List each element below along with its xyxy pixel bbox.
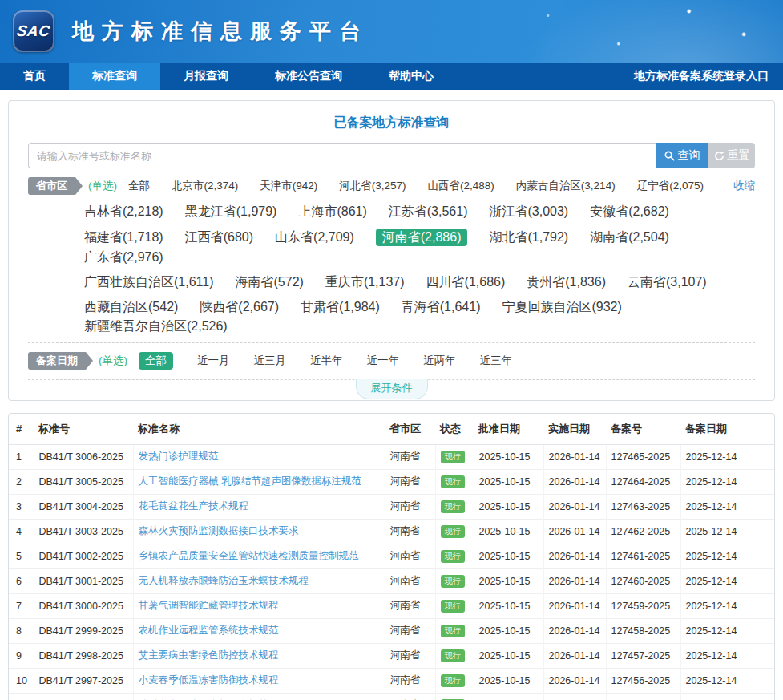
standard-code: DB41/T 2997-2025 xyxy=(34,668,133,693)
province-option[interactable]: 山西省(2,488) xyxy=(428,178,494,194)
nav-item[interactable]: 首页 xyxy=(0,63,69,90)
record-no-cell: 127460-2025 xyxy=(606,568,680,593)
standard-name-link[interactable]: 乡镇农产品质量安全监管站快速检测质量控制规范 xyxy=(139,550,359,561)
province-option[interactable]: 贵州省(1,836) xyxy=(527,274,606,290)
impl-date-cell: 2026-01-14 xyxy=(543,593,606,618)
approve-date-cell: 2025-10-15 xyxy=(474,693,543,700)
province-option[interactable]: 天津市(942) xyxy=(260,178,317,194)
date-options: 全部近一月近三月近半年近一年近两年近三年 xyxy=(139,352,512,370)
province-option[interactable]: 广西壮族自治区(1,611) xyxy=(84,274,214,290)
standard-name-link[interactable]: 艾主要病虫害绿色防控技术规程 xyxy=(139,649,279,661)
nav-item[interactable]: 标准查询 xyxy=(69,63,160,90)
query-button[interactable]: 查询 xyxy=(656,143,708,168)
nav-item[interactable]: 月报查询 xyxy=(160,63,252,90)
standard-code: DB41/T 2998-2025 xyxy=(34,643,133,668)
province-option[interactable]: 甘肃省(1,984) xyxy=(301,299,380,315)
province-option[interactable]: 西藏自治区(542) xyxy=(84,299,178,315)
standard-code: DB41/T 3002-2025 xyxy=(34,544,133,568)
province-option[interactable]: 辽宁省(2,075) xyxy=(637,178,704,194)
table-row: 1 DB41/T 3006-2025 发热门诊护理规范 河南省 现行 2025-… xyxy=(9,444,774,469)
province-option[interactable]: 湖南省(2,504) xyxy=(590,229,669,245)
standard-name-link[interactable]: 花毛茛盆花生产技术规程 xyxy=(139,500,249,512)
impl-date-cell: 2026-01-14 xyxy=(543,693,606,700)
table-row: 10 DB41/T 2997-2025 小麦春季低温冻害防御技术规程 河南省 现… xyxy=(9,668,774,693)
province-option[interactable]: 海南省(572) xyxy=(236,274,304,290)
collapse-link[interactable]: 收缩 xyxy=(733,179,755,193)
record-no-cell: 127464-2025 xyxy=(606,469,680,494)
province-option[interactable]: 北京市(2,374) xyxy=(172,178,238,194)
date-option[interactable]: 近三年 xyxy=(480,353,513,369)
standard-name-link[interactable]: 农机作业远程监管系统技术规范 xyxy=(139,625,279,636)
status-badge: 现行 xyxy=(441,475,465,488)
date-option[interactable]: 近三月 xyxy=(254,353,287,369)
table-row: 8 DB41/T 2999-2025 农机作业远程监管系统技术规范 河南省 现行… xyxy=(9,618,774,643)
province-option[interactable]: 新疆维吾尔自治区(2,526) xyxy=(84,318,228,334)
col-record-date: 备案日期 xyxy=(680,414,774,444)
province-option[interactable]: 重庆市(1,137) xyxy=(325,274,405,290)
col-region: 省市区 xyxy=(385,414,435,444)
province-option[interactable]: 江西省(680) xyxy=(185,229,253,245)
col-impl-date: 实施日期 xyxy=(543,414,606,444)
province-option[interactable]: 全部 xyxy=(128,178,150,194)
status-badge: 现行 xyxy=(441,550,465,563)
province-option[interactable]: 云南省(3,107) xyxy=(628,274,707,290)
province-option[interactable]: 宁夏回族自治区(932) xyxy=(502,299,621,315)
province-option[interactable]: 福建省(1,718) xyxy=(84,229,163,245)
query-button-label: 查询 xyxy=(678,148,700,163)
date-option[interactable]: 近两年 xyxy=(423,353,456,369)
province-filter-tag: 省市区 xyxy=(28,177,75,195)
record-date-cell: 2025-12-14 xyxy=(680,643,774,668)
date-option[interactable]: 近一年 xyxy=(367,353,400,369)
province-option[interactable]: 湖北省(1,792) xyxy=(489,229,568,245)
province-option[interactable]: 黑龙江省(1,979) xyxy=(185,204,277,220)
col-record-no: 备案号 xyxy=(606,414,680,444)
province-option[interactable]: 河南省(2,886) xyxy=(376,229,468,246)
date-option[interactable]: 近一月 xyxy=(197,353,230,369)
date-option[interactable]: 全部 xyxy=(139,352,173,370)
row-index: 2 xyxy=(9,469,34,494)
standard-name-link[interactable]: 无人机释放赤眼蜂防治玉米螟技术规程 xyxy=(139,575,309,586)
record-date-cell: 2025-12-14 xyxy=(680,593,774,618)
province-option[interactable]: 青海省(1,641) xyxy=(402,299,481,315)
province-option[interactable]: 河北省(3,257) xyxy=(339,178,406,194)
standard-name-link[interactable]: 森林火灾预防监测数据接口技术要求 xyxy=(139,525,299,536)
main-nav: 首页 标准查询 月报查询 标准公告查询 帮助中心 地方标准备案系统登录入口 xyxy=(0,63,783,90)
search-row: 查询 重置 xyxy=(28,143,755,168)
status-badge: 现行 xyxy=(441,600,465,613)
search-input[interactable] xyxy=(28,143,656,168)
impl-date-cell: 2026-01-14 xyxy=(543,544,606,568)
province-option[interactable]: 吉林省(2,218) xyxy=(84,204,163,220)
approve-date-cell: 2025-10-15 xyxy=(474,494,543,519)
record-no-cell: 127461-2025 xyxy=(606,544,680,568)
filing-system-login-link[interactable]: 地方标准备案系统登录入口 xyxy=(634,63,769,90)
date-option[interactable]: 近半年 xyxy=(310,353,343,369)
province-mode-label: (单选) xyxy=(88,179,117,193)
province-option[interactable]: 山东省(2,709) xyxy=(275,229,354,245)
standard-code: DB41/T 3003-2025 xyxy=(34,519,133,544)
province-option[interactable]: 安徽省(2,682) xyxy=(590,204,669,220)
reset-button[interactable]: 重置 xyxy=(708,143,755,168)
standard-name-link[interactable]: 小麦春季低温冻害防御技术规程 xyxy=(139,674,279,686)
province-option[interactable]: 内蒙古自治区(3,214) xyxy=(516,178,616,194)
expand-conditions-row: 展开条件 xyxy=(28,379,755,400)
standard-name-link[interactable]: 人工智能医疗器械 乳腺结节超声图像数据标注规范 xyxy=(139,475,361,487)
standard-name-link[interactable]: 发热门诊护理规范 xyxy=(139,451,219,462)
province-option[interactable]: 陕西省(2,667) xyxy=(200,299,279,315)
nav-item[interactable]: 标准公告查询 xyxy=(252,63,365,90)
province-option[interactable]: 上海市(861) xyxy=(298,204,366,220)
record-date-cell: 2025-12-14 xyxy=(680,568,774,593)
province-option[interactable]: 四川省(1,686) xyxy=(426,274,506,290)
nav-item[interactable]: 帮助中心 xyxy=(365,63,457,90)
search-icon xyxy=(664,151,675,161)
approve-date-cell: 2025-10-15 xyxy=(474,444,543,469)
province-option[interactable]: 江苏省(3,561) xyxy=(389,204,468,220)
refresh-icon xyxy=(714,151,724,161)
province-option[interactable]: 浙江省(3,003) xyxy=(489,204,568,220)
province-option[interactable]: 广东省(2,976) xyxy=(84,249,163,265)
expand-conditions-button[interactable]: 展开条件 xyxy=(356,379,428,399)
row-index: 10 xyxy=(9,668,34,693)
standard-name-link[interactable]: 甘薯气调智能贮藏管理技术规程 xyxy=(139,600,279,611)
filter-divider xyxy=(28,342,755,343)
date-filter-row: 备案日期 (单选) 全部近一月近三月近半年近一年近两年近三年 xyxy=(28,352,755,370)
approve-date-cell: 2025-10-15 xyxy=(474,668,543,693)
